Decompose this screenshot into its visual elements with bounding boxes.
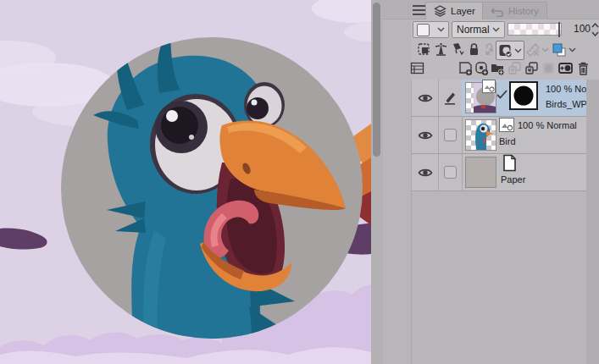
hamburger-icon bbox=[412, 5, 426, 15]
opacity-spinner[interactable] bbox=[591, 21, 599, 38]
layer-name: Bird bbox=[499, 136, 516, 146]
blend-preview-dropdown[interactable] bbox=[413, 21, 449, 38]
layer-thumbnail[interactable] bbox=[465, 119, 496, 151]
layer-row-bird[interactable]: 100 % Normal Bird bbox=[412, 117, 587, 154]
create-layer-mask-icon bbox=[557, 60, 574, 76]
enable-mask-button[interactable] bbox=[496, 41, 524, 60]
layer-panel: Layer History Normal 100 bbox=[383, 0, 599, 364]
reference-layer-button[interactable] bbox=[433, 41, 449, 58]
history-undo-icon bbox=[491, 6, 504, 17]
ruler-hidden-icon bbox=[525, 42, 541, 58]
paper-icon bbox=[502, 154, 518, 172]
visibility-toggle[interactable] bbox=[412, 80, 439, 116]
merge-down-icon bbox=[524, 60, 540, 76]
new-folder-icon bbox=[490, 60, 506, 76]
lock-icon bbox=[467, 42, 481, 57]
palette-menu-button[interactable] bbox=[412, 3, 426, 15]
canvas-viewport[interactable] bbox=[0, 0, 371, 364]
new-raster-layer-icon bbox=[458, 60, 474, 76]
checkbox-icon bbox=[444, 166, 457, 179]
canvas-scrollbar[interactable] bbox=[371, 0, 383, 364]
spinner-arrows-icon bbox=[591, 21, 599, 38]
lock-transparent-icon bbox=[482, 42, 496, 57]
opacity-value: 100 bbox=[563, 23, 591, 35]
apply-mask-button[interactable] bbox=[541, 60, 557, 76]
layer-info: 100 % Normal bbox=[518, 120, 577, 130]
layer-list-scrollbar[interactable] bbox=[586, 80, 599, 364]
chevron-down-icon bbox=[492, 27, 500, 32]
layer-row-birds-wp[interactable]: 100 % Normal Birds_WP bbox=[412, 80, 587, 117]
panel-gutter bbox=[383, 19, 411, 364]
palette-options-button[interactable] bbox=[409, 60, 425, 76]
layer-thumbnail-art bbox=[466, 120, 496, 150]
create-layer-mask-button[interactable] bbox=[557, 60, 574, 76]
clip-at-layer-below-button[interactable] bbox=[416, 41, 432, 58]
chevron-down-icon bbox=[541, 47, 549, 52]
visibility-toggle[interactable] bbox=[412, 154, 439, 190]
tab-history[interactable]: History bbox=[482, 2, 547, 19]
select-checkbox[interactable] bbox=[438, 154, 463, 190]
chevron-down-icon bbox=[437, 27, 445, 32]
lock-layer-button[interactable] bbox=[466, 41, 482, 58]
blend-mode-select[interactable]: Normal bbox=[452, 21, 505, 38]
opacity-slider-handle[interactable] bbox=[558, 22, 560, 37]
eye-icon bbox=[418, 129, 433, 142]
blend-mode-value: Normal bbox=[457, 24, 490, 36]
merge-to-lower-layer-button[interactable] bbox=[524, 60, 540, 76]
transfer-down-icon bbox=[507, 60, 523, 76]
enable-mask-icon bbox=[498, 43, 513, 58]
new-vector-layer-icon bbox=[474, 60, 490, 76]
new-layer-folder-button[interactable] bbox=[490, 60, 506, 76]
blend-preview-icon bbox=[417, 24, 430, 36]
opacity-slider[interactable] bbox=[507, 23, 562, 36]
tab-layer[interactable]: Layer bbox=[425, 2, 484, 19]
visibility-toggle[interactable] bbox=[412, 117, 439, 153]
transfer-to-lower-layer-button[interactable] bbox=[507, 60, 523, 76]
layer-row-paper[interactable]: Paper bbox=[412, 154, 587, 191]
eye-icon bbox=[418, 91, 433, 105]
checkbox-icon bbox=[444, 129, 457, 141]
new-raster-layer-button[interactable] bbox=[458, 60, 474, 76]
layer-thumbnail[interactable] bbox=[465, 157, 496, 188]
tab-layer-label: Layer bbox=[451, 6, 475, 16]
panel-tabbar: Layer History bbox=[383, 0, 599, 19]
draft-layer-icon bbox=[451, 42, 465, 57]
delete-layer-button[interactable] bbox=[575, 60, 591, 76]
layer-name: Paper bbox=[501, 174, 525, 185]
new-vector-layer-button[interactable] bbox=[474, 60, 490, 76]
chevron-down-icon bbox=[568, 47, 576, 52]
material-badge-icon bbox=[482, 80, 496, 93]
mask-thumbnail[interactable] bbox=[509, 81, 538, 110]
mask-enabled-check-icon bbox=[496, 90, 507, 99]
clip-at-layer-below-icon bbox=[417, 42, 431, 57]
ruler-visibility-button[interactable] bbox=[525, 41, 549, 58]
layer-color-button[interactable] bbox=[552, 41, 576, 58]
layer-name: Birds_WP bbox=[546, 99, 587, 109]
layers-icon bbox=[434, 5, 446, 17]
canvas-artwork bbox=[0, 0, 371, 364]
canvas-scrollbar-thumb[interactable] bbox=[373, 3, 380, 157]
tab-history-label: History bbox=[508, 6, 539, 16]
draft-layer-button[interactable] bbox=[450, 41, 466, 58]
app-window: Layer History Normal 100 bbox=[0, 0, 599, 364]
edit-target-indicator[interactable] bbox=[438, 80, 463, 116]
material-badge-icon bbox=[499, 118, 514, 132]
reference-layer-icon bbox=[434, 42, 448, 57]
select-checkbox[interactable] bbox=[438, 117, 463, 153]
layer-color-icon bbox=[552, 42, 568, 58]
pen-icon bbox=[443, 91, 457, 105]
trash-icon bbox=[576, 61, 591, 76]
apply-mask-icon bbox=[541, 60, 557, 76]
eye-icon bbox=[418, 166, 433, 179]
chevron-down-icon bbox=[514, 48, 522, 53]
layer-list: 100 % Normal Birds_WP bbox=[411, 80, 587, 364]
palette-options-icon bbox=[410, 62, 424, 74]
